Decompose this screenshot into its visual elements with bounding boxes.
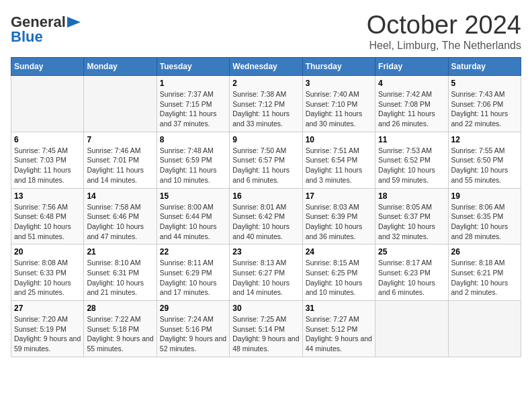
day-number: 20 bbox=[14, 247, 81, 257]
title-block: October 2024 Heel, Limburg, The Netherla… bbox=[367, 11, 521, 52]
calendar-day-cell: 27Sunrise: 7:20 AM Sunset: 5:19 PM Dayli… bbox=[11, 301, 84, 357]
calendar-day-cell: 31Sunrise: 7:27 AM Sunset: 5:12 PM Dayli… bbox=[302, 301, 375, 357]
day-number: 19 bbox=[451, 191, 518, 201]
day-info: Sunrise: 8:05 AM Sunset: 6:37 PM Dayligh… bbox=[378, 203, 435, 240]
day-info: Sunrise: 7:20 AM Sunset: 5:19 PM Dayligh… bbox=[14, 315, 81, 353]
day-number: 31 bbox=[306, 304, 372, 313]
day-info: Sunrise: 7:38 AM Sunset: 7:12 PM Dayligh… bbox=[232, 90, 290, 128]
day-number: 27 bbox=[14, 304, 81, 313]
day-info: Sunrise: 8:18 AM Sunset: 6:21 PM Dayligh… bbox=[451, 259, 508, 296]
calendar-day-cell: 13Sunrise: 7:56 AM Sunset: 6:48 PM Dayli… bbox=[11, 188, 84, 244]
calendar-day-cell: 20Sunrise: 8:08 AM Sunset: 6:33 PM Dayli… bbox=[11, 244, 84, 301]
day-info: Sunrise: 7:22 AM Sunset: 5:18 PM Dayligh… bbox=[87, 315, 153, 353]
day-number: 23 bbox=[232, 247, 299, 257]
location-subtitle: Heel, Limburg, The Netherlands bbox=[367, 40, 521, 52]
day-number: 1 bbox=[160, 79, 226, 88]
calendar-day-cell: 25Sunrise: 8:17 AM Sunset: 6:23 PM Dayli… bbox=[375, 244, 448, 301]
logo-arrow-icon bbox=[67, 17, 81, 28]
day-number: 12 bbox=[451, 135, 518, 144]
weekday-header-cell: Tuesday bbox=[157, 58, 229, 76]
month-title: October 2024 bbox=[367, 11, 521, 40]
day-info: Sunrise: 7:46 AM Sunset: 7:01 PM Dayligh… bbox=[87, 146, 144, 184]
calendar-body: 1Sunrise: 7:37 AM Sunset: 7:15 PM Daylig… bbox=[11, 76, 521, 357]
weekday-header-cell: Monday bbox=[84, 58, 157, 76]
calendar-day-cell: 5Sunrise: 7:43 AM Sunset: 7:06 PM Daylig… bbox=[448, 76, 521, 132]
page-header: General Blue October 2024 Heel, Limburg,… bbox=[11, 11, 521, 52]
day-number: 22 bbox=[160, 247, 226, 257]
day-number: 16 bbox=[232, 191, 299, 201]
day-info: Sunrise: 7:48 AM Sunset: 6:59 PM Dayligh… bbox=[160, 146, 217, 184]
calendar-day-cell: 3Sunrise: 7:40 AM Sunset: 7:10 PM Daylig… bbox=[302, 76, 375, 132]
calendar-day-cell: 2Sunrise: 7:38 AM Sunset: 7:12 PM Daylig… bbox=[230, 76, 302, 132]
calendar-day-cell: 14Sunrise: 7:58 AM Sunset: 6:46 PM Dayli… bbox=[84, 188, 157, 244]
calendar-day-cell: 16Sunrise: 8:01 AM Sunset: 6:42 PM Dayli… bbox=[230, 188, 302, 244]
calendar-day-cell: 7Sunrise: 7:46 AM Sunset: 7:01 PM Daylig… bbox=[84, 132, 157, 188]
day-info: Sunrise: 8:00 AM Sunset: 6:44 PM Dayligh… bbox=[160, 203, 217, 240]
day-info: Sunrise: 7:50 AM Sunset: 6:57 PM Dayligh… bbox=[232, 146, 290, 184]
calendar-week-row: 13Sunrise: 7:56 AM Sunset: 6:48 PM Dayli… bbox=[11, 188, 521, 244]
day-number: 30 bbox=[232, 304, 299, 313]
svg-marker-0 bbox=[67, 17, 81, 28]
day-info: Sunrise: 7:37 AM Sunset: 7:15 PM Dayligh… bbox=[160, 90, 217, 128]
calendar-day-cell: 17Sunrise: 8:03 AM Sunset: 6:39 PM Dayli… bbox=[302, 188, 375, 244]
day-number: 9 bbox=[232, 135, 299, 144]
day-number: 24 bbox=[306, 247, 372, 257]
day-info: Sunrise: 8:11 AM Sunset: 6:29 PM Dayligh… bbox=[160, 259, 217, 296]
calendar-week-row: 1Sunrise: 7:37 AM Sunset: 7:15 PM Daylig… bbox=[11, 76, 521, 132]
day-number: 6 bbox=[14, 135, 81, 144]
day-info: Sunrise: 7:24 AM Sunset: 5:16 PM Dayligh… bbox=[160, 315, 226, 353]
day-number: 11 bbox=[378, 135, 445, 144]
day-info: Sunrise: 7:58 AM Sunset: 6:46 PM Dayligh… bbox=[87, 203, 144, 240]
day-info: Sunrise: 7:45 AM Sunset: 7:03 PM Dayligh… bbox=[14, 146, 71, 184]
day-info: Sunrise: 8:10 AM Sunset: 6:31 PM Dayligh… bbox=[87, 259, 144, 296]
day-info: Sunrise: 8:03 AM Sunset: 6:39 PM Dayligh… bbox=[306, 203, 363, 240]
day-info: Sunrise: 8:08 AM Sunset: 6:33 PM Dayligh… bbox=[14, 259, 71, 296]
weekday-header-row: SundayMondayTuesdayWednesdayThursdayFrid… bbox=[11, 58, 521, 76]
calendar-week-row: 6Sunrise: 7:45 AM Sunset: 7:03 PM Daylig… bbox=[11, 132, 521, 188]
day-number: 26 bbox=[451, 247, 518, 257]
day-number: 5 bbox=[451, 79, 518, 88]
calendar-day-cell: 15Sunrise: 8:00 AM Sunset: 6:44 PM Dayli… bbox=[157, 188, 229, 244]
calendar-day-cell bbox=[375, 301, 448, 357]
day-number: 3 bbox=[306, 79, 372, 88]
weekday-header-cell: Saturday bbox=[448, 58, 521, 76]
calendar-day-cell: 12Sunrise: 7:55 AM Sunset: 6:50 PM Dayli… bbox=[448, 132, 521, 188]
calendar-day-cell bbox=[84, 76, 157, 132]
calendar-day-cell: 8Sunrise: 7:48 AM Sunset: 6:59 PM Daylig… bbox=[157, 132, 229, 188]
day-info: Sunrise: 8:15 AM Sunset: 6:25 PM Dayligh… bbox=[306, 259, 363, 296]
calendar-day-cell: 18Sunrise: 8:05 AM Sunset: 6:37 PM Dayli… bbox=[375, 188, 448, 244]
day-number: 4 bbox=[378, 79, 445, 88]
calendar-table: SundayMondayTuesdayWednesdayThursdayFrid… bbox=[11, 57, 521, 357]
day-info: Sunrise: 8:01 AM Sunset: 6:42 PM Dayligh… bbox=[232, 203, 290, 240]
day-number: 7 bbox=[87, 135, 153, 144]
day-number: 28 bbox=[87, 304, 153, 313]
day-info: Sunrise: 8:06 AM Sunset: 6:35 PM Dayligh… bbox=[451, 203, 508, 240]
calendar-day-cell: 22Sunrise: 8:11 AM Sunset: 6:29 PM Dayli… bbox=[157, 244, 229, 301]
day-info: Sunrise: 7:43 AM Sunset: 7:06 PM Dayligh… bbox=[451, 90, 508, 128]
day-info: Sunrise: 7:55 AM Sunset: 6:50 PM Dayligh… bbox=[451, 146, 508, 184]
day-info: Sunrise: 8:17 AM Sunset: 6:23 PM Dayligh… bbox=[378, 259, 435, 296]
day-info: Sunrise: 7:51 AM Sunset: 6:54 PM Dayligh… bbox=[306, 146, 363, 184]
day-number: 29 bbox=[160, 304, 226, 313]
weekday-header-cell: Thursday bbox=[302, 58, 375, 76]
day-number: 2 bbox=[232, 79, 299, 88]
calendar-day-cell: 24Sunrise: 8:15 AM Sunset: 6:25 PM Dayli… bbox=[302, 244, 375, 301]
day-number: 13 bbox=[14, 191, 81, 201]
day-number: 25 bbox=[378, 247, 445, 257]
calendar-day-cell bbox=[11, 76, 84, 132]
day-info: Sunrise: 7:53 AM Sunset: 6:52 PM Dayligh… bbox=[378, 146, 435, 184]
calendar-day-cell: 11Sunrise: 7:53 AM Sunset: 6:52 PM Dayli… bbox=[375, 132, 448, 188]
calendar-day-cell: 21Sunrise: 8:10 AM Sunset: 6:31 PM Dayli… bbox=[84, 244, 157, 301]
day-number: 18 bbox=[378, 191, 445, 201]
logo: General Blue bbox=[11, 13, 81, 46]
day-number: 10 bbox=[306, 135, 372, 144]
calendar-day-cell bbox=[448, 301, 521, 357]
calendar-day-cell: 9Sunrise: 7:50 AM Sunset: 6:57 PM Daylig… bbox=[230, 132, 302, 188]
day-number: 17 bbox=[306, 191, 372, 201]
calendar-week-row: 27Sunrise: 7:20 AM Sunset: 5:19 PM Dayli… bbox=[11, 301, 521, 357]
day-info: Sunrise: 7:56 AM Sunset: 6:48 PM Dayligh… bbox=[14, 203, 71, 240]
day-number: 8 bbox=[160, 135, 226, 144]
day-number: 21 bbox=[87, 247, 153, 257]
calendar-day-cell: 1Sunrise: 7:37 AM Sunset: 7:15 PM Daylig… bbox=[157, 76, 229, 132]
calendar-day-cell: 6Sunrise: 7:45 AM Sunset: 7:03 PM Daylig… bbox=[11, 132, 84, 188]
